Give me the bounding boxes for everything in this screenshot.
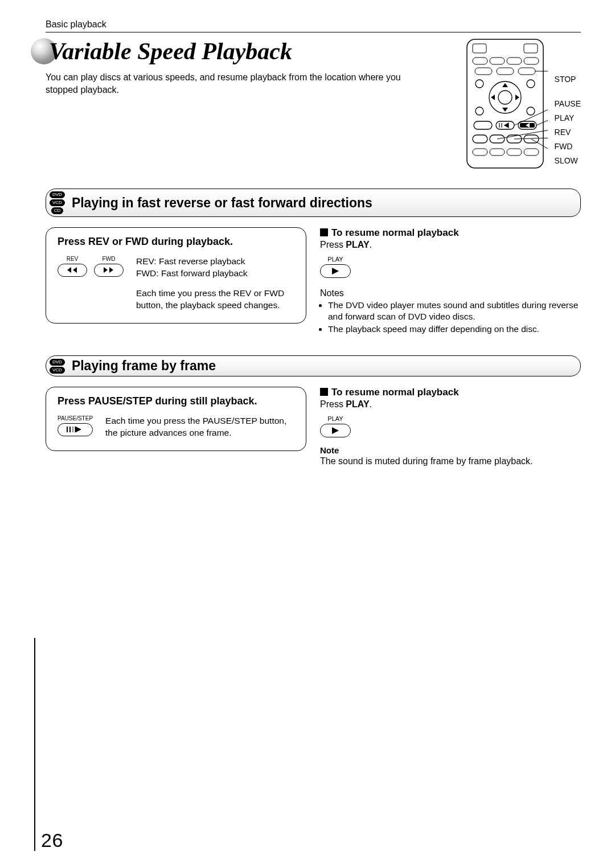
svg-rect-4	[490, 58, 505, 64]
margin-rule	[34, 638, 35, 851]
play-button-diagram: PLAY	[320, 256, 351, 280]
square-icon	[320, 388, 328, 396]
svg-rect-16	[474, 121, 492, 129]
svg-rect-1	[473, 44, 486, 53]
note-heading: Note	[320, 445, 581, 455]
pause-step-button-icon	[58, 423, 93, 436]
note-text: The sound is muted during frame by frame…	[320, 455, 581, 468]
notes-list: The DVD video player mutes sound and sub…	[320, 300, 581, 335]
play-button-diagram: PLAY	[320, 415, 351, 440]
resume-text: Press PLAY.	[320, 239, 581, 251]
section-frame: DVD VCD Playing frame by frame Press PAU…	[46, 355, 581, 467]
step-box: Press REV or FWD during playback. REV FW…	[46, 227, 306, 324]
svg-rect-9	[518, 68, 535, 75]
svg-line-32	[514, 138, 548, 139]
svg-line-33	[531, 139, 548, 152]
svg-line-30	[536, 118, 548, 125]
svg-rect-3	[473, 58, 487, 64]
svg-point-13	[527, 107, 535, 115]
badge-vcd: VCD	[50, 199, 65, 206]
svg-rect-7	[475, 68, 492, 75]
section-fast: DVD VCD CD Playing in fast reverse or fa…	[46, 189, 581, 336]
svg-rect-27	[524, 149, 539, 155]
badge-cd: CD	[51, 207, 64, 214]
section-title: Playing frame by frame	[72, 358, 216, 374]
svg-point-15	[498, 91, 512, 104]
remote-labels: STOP PAUSE PLAY REV FWD SLOW	[555, 73, 581, 167]
section-header: DVD VCD Playing frame by frame	[46, 355, 581, 376]
step-description: Each time you press the PAUSE/STEP butto…	[105, 415, 294, 439]
badge-vcd: VCD	[50, 367, 65, 374]
square-icon	[320, 228, 328, 236]
svg-point-11	[527, 80, 535, 88]
key-label-fwd: FWD	[94, 256, 124, 262]
rev-button-icon	[58, 264, 87, 277]
svg-rect-2	[524, 44, 538, 53]
svg-rect-24	[473, 149, 487, 155]
svg-point-10	[475, 80, 483, 88]
svg-rect-25	[490, 149, 505, 155]
step-title: Press REV or FWD during playback.	[58, 236, 294, 248]
resume-heading: To resume normal playback	[320, 387, 581, 398]
divider	[46, 32, 581, 32]
remote-diagram: STOP PAUSE PLAY REV FWD SLOW	[462, 38, 581, 169]
resume-text: Press PLAY.	[320, 398, 581, 411]
page-number: 26	[41, 830, 63, 850]
step-description: REV: Fast reverse playback FWD: Fast for…	[136, 256, 294, 312]
step-title: Press PAUSE/STEP during still playback.	[58, 395, 294, 407]
svg-rect-8	[497, 68, 514, 75]
page-title: Variable Speed Playback	[46, 38, 449, 64]
manual-page: Basic playback Variable Speed Playback Y…	[0, 0, 615, 868]
intro-text: You can play discs at various speeds, an…	[46, 71, 404, 96]
svg-line-31	[497, 129, 548, 139]
badge-dvd: DVD	[50, 359, 65, 366]
svg-rect-26	[507, 149, 522, 155]
fwd-button-icon	[94, 264, 124, 277]
svg-rect-20	[473, 135, 487, 143]
notes-heading: Notes	[320, 288, 581, 298]
play-icon	[320, 264, 351, 278]
remote-icon	[462, 38, 548, 169]
badge-dvd: DVD	[50, 191, 65, 198]
step-box: Press PAUSE/STEP during still playback. …	[46, 387, 306, 451]
section-title: Playing in fast reverse or fast forward …	[72, 195, 372, 211]
svg-rect-5	[507, 58, 522, 64]
svg-rect-6	[524, 58, 539, 64]
breadcrumb: Basic playback	[46, 19, 581, 30]
section-header: DVD VCD CD Playing in fast reverse or fa…	[46, 189, 581, 217]
play-icon	[320, 424, 351, 437]
svg-point-12	[475, 107, 483, 115]
resume-heading: To resume normal playback	[320, 227, 581, 239]
key-label-pause-step: PAUSE/STEP	[58, 415, 93, 421]
key-label-rev: REV	[58, 256, 87, 262]
